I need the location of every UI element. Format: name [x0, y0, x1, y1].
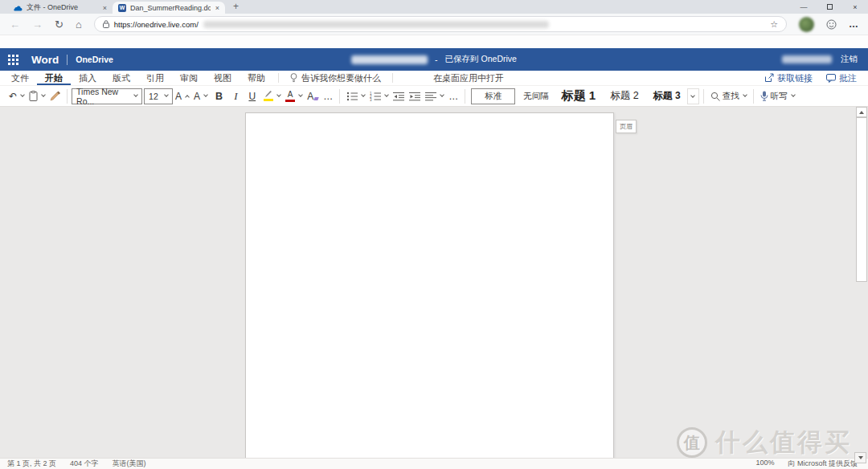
minimize-button[interactable]: — — [791, 0, 817, 14]
clear-formatting-button[interactable]: A — [305, 88, 321, 105]
user-name-redacted — [782, 55, 832, 63]
watermark-badge: 值 — [677, 427, 707, 458]
ribbon-tab-insert[interactable]: 插入 — [71, 71, 104, 85]
bullet-list-icon — [346, 92, 358, 101]
new-tab-button[interactable]: + — [233, 1, 239, 12]
tell-me-box[interactable]: 告诉我你想要做什么 — [284, 72, 387, 84]
microphone-icon — [760, 91, 768, 101]
maximize-button[interactable] — [817, 0, 842, 14]
page-info[interactable]: 第 1 页, 共 2 页 — [7, 459, 56, 469]
forward-icon[interactable]: → — [32, 19, 43, 30]
favorite-star-icon[interactable]: ☆ — [770, 19, 778, 30]
document-title-redacted[interactable] — [351, 55, 428, 64]
bullet-list-button[interactable] — [344, 88, 367, 105]
ribbon-tab-help[interactable]: 帮助 — [240, 71, 273, 85]
toolbar-divider — [703, 89, 704, 104]
more-font-options-button[interactable]: … — [321, 88, 335, 105]
ribbon-tab-view[interactable]: 视图 — [206, 71, 240, 85]
scroll-up-button[interactable] — [856, 107, 867, 117]
font-color-button[interactable]: A — [283, 88, 305, 105]
browser-tab-onedrive[interactable]: 文件 - OneDrive × — [8, 2, 113, 14]
sign-out-link[interactable]: 注销 — [841, 54, 858, 65]
save-status: 已保存到 OneDrive — [445, 54, 517, 65]
document-page[interactable] — [245, 112, 614, 458]
comments-button[interactable]: 批注 — [826, 72, 857, 84]
chevron-down-icon — [20, 92, 25, 97]
app-launcher-icon[interactable] — [8, 55, 18, 65]
highlighter-icon — [264, 91, 273, 101]
ribbon-tab-layout[interactable]: 版式 — [104, 71, 138, 85]
tab-close-icon[interactable]: × — [215, 4, 219, 12]
feedback-smiley-icon[interactable] — [826, 19, 837, 30]
italic-button[interactable]: I — [228, 88, 243, 105]
zoom-level[interactable]: 100% — [755, 459, 774, 469]
vertical-scrollbar[interactable] — [855, 107, 868, 458]
more-paragraph-options-button[interactable]: … — [446, 88, 461, 105]
chevron-down-icon — [361, 92, 366, 97]
close-window-button[interactable]: × — [842, 0, 868, 14]
ribbon-divider — [278, 73, 279, 83]
word-count[interactable]: 404 个字 — [70, 459, 99, 469]
home-icon[interactable]: ⌂ — [76, 19, 82, 30]
page-header-tab[interactable]: 页眉 — [616, 120, 637, 133]
shrink-font-icon: A — [194, 91, 200, 102]
paste-button[interactable] — [27, 88, 47, 105]
ribbon-tab-review[interactable]: 审阅 — [172, 71, 206, 85]
feedback-link[interactable]: 向 Microsoft 提供反馈 — [788, 459, 858, 469]
dictate-label: 听写 — [771, 91, 788, 102]
chevron-down-icon — [440, 92, 444, 97]
ribbon-tab-home[interactable]: 开始 — [37, 71, 71, 85]
ribbon-right-actions: 获取链接 批注 — [764, 72, 857, 84]
bold-button[interactable]: B — [210, 88, 228, 105]
language-status[interactable]: 英语(美国) — [113, 459, 146, 469]
font-name-select[interactable]: Times New Ro... — [72, 88, 142, 104]
font-name-value: Times New Ro... — [76, 87, 133, 106]
font-size-select[interactable]: 12 — [144, 88, 173, 104]
decrease-indent-icon — [393, 92, 404, 101]
profile-avatar[interactable] — [799, 17, 814, 32]
back-icon[interactable]: ← — [10, 19, 20, 30]
grow-font-button[interactable]: A — [173, 88, 191, 105]
style-heading1[interactable]: 标题 1 — [562, 88, 596, 104]
address-bar[interactable]: https://onedrive.live.com/ ☆ — [94, 16, 787, 32]
comment-icon — [826, 74, 836, 83]
format-painter-icon — [50, 91, 60, 101]
underline-button[interactable]: U — [243, 88, 261, 105]
ribbon-tab-references[interactable]: 引用 — [138, 71, 172, 85]
lock-icon — [103, 20, 109, 28]
style-heading2[interactable]: 标题 2 — [610, 89, 638, 103]
numbered-list-button[interactable]: 123 — [367, 88, 391, 105]
style-heading3[interactable]: 标题 3 — [653, 89, 681, 103]
chevron-down-icon — [690, 93, 695, 98]
service-name[interactable]: OneDrive — [76, 55, 113, 64]
open-in-desktop-button[interactable]: 在桌面应用中打开 — [425, 71, 512, 85]
format-painter-button[interactable] — [47, 88, 63, 105]
account-group: 注销 — [782, 54, 858, 65]
scrollbar-thumb[interactable] — [856, 117, 867, 282]
refresh-icon[interactable]: ↻ — [55, 19, 63, 30]
highlight-button[interactable] — [261, 88, 283, 105]
document-canvas: 页眉 — [0, 107, 868, 458]
get-link-button[interactable]: 获取链接 — [764, 72, 813, 84]
tab-close-icon[interactable]: × — [103, 4, 107, 12]
increase-indent-button[interactable] — [407, 88, 423, 105]
dictate-button[interactable]: 听写 — [758, 88, 797, 105]
alignment-button[interactable] — [423, 88, 446, 105]
style-no-spacing[interactable]: 无间隔 — [523, 91, 549, 102]
title-dash: - — [435, 55, 438, 64]
document-title-group: - 已保存到 OneDrive — [351, 54, 517, 65]
decrease-indent-button[interactable] — [391, 88, 407, 105]
find-button[interactable]: 查找 — [708, 88, 749, 105]
ribbon-tab-file[interactable]: 文件 — [3, 71, 37, 85]
share-icon — [764, 73, 774, 83]
undo-button[interactable]: ↶ — [6, 88, 27, 105]
grow-font-icon: A — [175, 91, 182, 102]
chevron-down-icon — [133, 92, 138, 97]
browser-tab-document[interactable]: W Dan_SummerReading.docx - Mi × — [113, 2, 225, 14]
browser-menu-icon[interactable]: … — [849, 18, 858, 30]
style-gallery-expand-button[interactable] — [687, 88, 699, 104]
style-normal[interactable]: 标准 — [471, 88, 515, 104]
shrink-font-button[interactable]: A — [191, 88, 210, 105]
scroll-down-button[interactable] — [854, 452, 866, 463]
tab-title: Dan_SummerReading.docx - Mi — [130, 4, 211, 12]
